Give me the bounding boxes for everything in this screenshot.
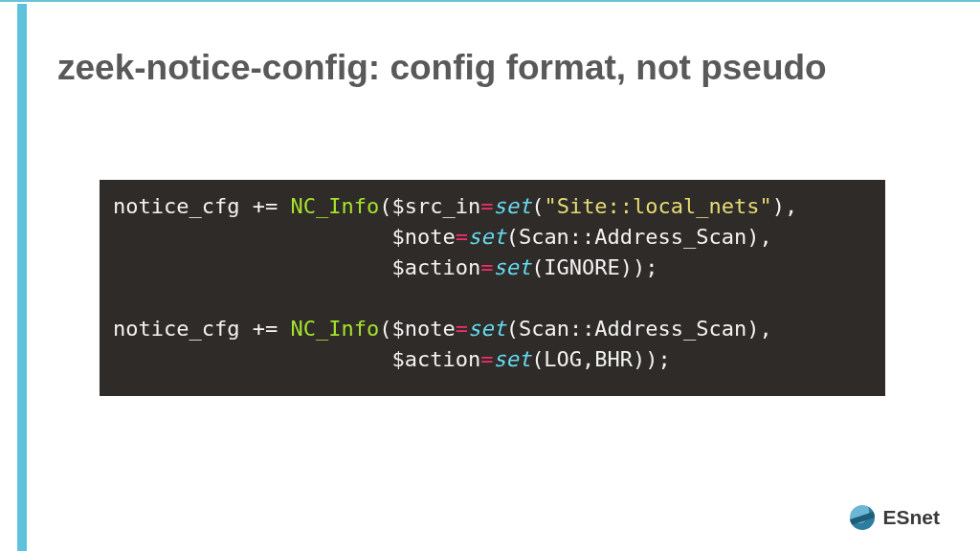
code-token: [278, 194, 290, 218]
code-token: NC_Info: [290, 194, 379, 218]
code-token: =: [480, 194, 493, 218]
code-token: (: [531, 194, 544, 218]
code-token: (Scan::Address_Scan),: [506, 317, 772, 341]
code-token: $note: [391, 225, 455, 249]
code-token: notice_cfg: [113, 194, 253, 218]
code-indent: [113, 225, 391, 249]
code-token: set: [468, 225, 506, 249]
accent-bar: [17, 4, 27, 551]
code-token: $action: [391, 255, 480, 279]
code-token: ),: [772, 194, 798, 218]
slide-title: zeek-notice-config: config format, not p…: [57, 48, 827, 88]
branding: ESnet: [850, 505, 940, 530]
code-token: =: [456, 225, 468, 249]
code-token: NC_Info: [290, 317, 379, 341]
code-token: ($src_in: [379, 194, 480, 218]
code-token: set: [493, 347, 531, 371]
code-token: +=: [253, 194, 278, 218]
code-token: =: [456, 317, 468, 341]
code-token: $action: [391, 347, 480, 371]
code-token: [278, 317, 290, 341]
code-token: (LOG,BHR));: [531, 347, 671, 371]
code-block: notice_cfg += NC_Info($src_in=set("Site:…: [100, 180, 885, 396]
code-token: ($note: [379, 317, 455, 341]
code-token: =: [480, 255, 493, 279]
code-indent: [113, 255, 391, 279]
code-token: set: [493, 255, 531, 279]
esnet-logo-icon: [850, 505, 875, 530]
code-token: set: [493, 194, 531, 218]
code-token: notice_cfg: [113, 317, 253, 341]
code-token: (IGNORE));: [531, 255, 657, 279]
code-token: set: [468, 317, 506, 341]
slide: zeek-notice-config: config format, not p…: [0, 0, 980, 551]
brand-name: ESnet: [882, 506, 940, 529]
code-token: =: [480, 347, 493, 371]
code-token: +=: [253, 317, 278, 341]
code-token: (Scan::Address_Scan),: [506, 225, 772, 249]
code-token: "Site::local_nets": [544, 194, 771, 218]
code-indent: [113, 347, 391, 371]
